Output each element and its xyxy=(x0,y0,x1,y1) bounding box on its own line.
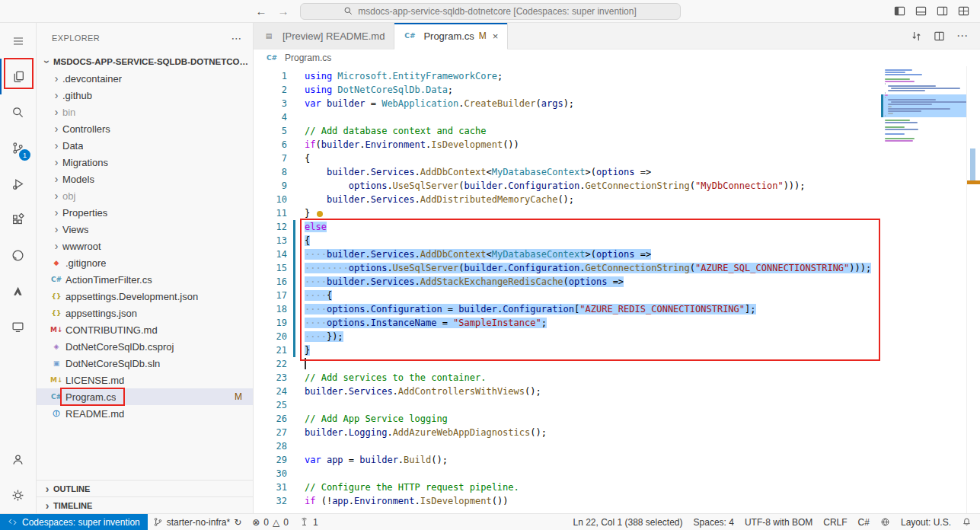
toggle-primary-sidebar-icon[interactable] xyxy=(894,5,905,17)
code-line-29[interactable]: 29var app = builder.Build(); xyxy=(254,453,881,467)
code-line-3[interactable]: 3var builder = WebApplication.CreateBuil… xyxy=(254,97,881,110)
ports-indicator[interactable]: 1 xyxy=(294,514,324,530)
indentation-indicator[interactable]: Spaces: 4 xyxy=(688,514,739,530)
globe-icon[interactable] xyxy=(875,514,895,530)
tree-folder-Data[interactable]: ›Data xyxy=(37,137,253,154)
notifications-bell-icon[interactable] xyxy=(956,514,977,530)
code-line-2[interactable]: 2using DotNetCoreSqlDb.Data; xyxy=(254,83,881,97)
tree-folder-obj[interactable]: ›obj xyxy=(37,187,253,204)
problems-indicator[interactable]: ⊗ 0 △ 0 xyxy=(247,514,294,530)
language-indicator[interactable]: C# xyxy=(853,514,875,530)
tree-file-LICENSE.md[interactable]: M↓LICENSE.md xyxy=(37,372,253,388)
keyboard-layout-indicator[interactable]: Layout: U.S. xyxy=(895,514,956,530)
toggle-secondary-sidebar-icon[interactable] xyxy=(937,5,948,17)
code-line-5[interactable]: 5// Add database context and cache xyxy=(254,124,881,138)
azure-icon[interactable] xyxy=(0,273,36,309)
forward-arrow-icon[interactable]: → xyxy=(278,5,289,18)
github-icon[interactable] xyxy=(0,238,36,273)
extensions-icon[interactable] xyxy=(0,202,36,238)
code-line-28[interactable]: 28 xyxy=(254,439,881,453)
tree-folder-Properties[interactable]: ›Properties xyxy=(37,204,253,221)
editor-action-split-icon[interactable] xyxy=(934,30,945,42)
source-control-icon[interactable]: 1 xyxy=(0,130,36,166)
command-center-search[interactable]: msdocs-app-service-sqldb-dotnetcore [Cod… xyxy=(300,3,681,20)
code-line-25[interactable]: 25 xyxy=(254,398,881,412)
code-line-31[interactable]: 31// Configure the HTTP request pipeline… xyxy=(254,481,881,494)
tree-file-README.md[interactable]: ⓘREADME.md xyxy=(37,405,253,422)
code-line-16[interactable]: 16····builder.Services.AddStackExchangeR… xyxy=(254,275,881,289)
run-debug-icon[interactable] xyxy=(0,166,36,202)
tree-folder-Migrations[interactable]: ›Migrations xyxy=(37,154,253,171)
outline-section[interactable]: › OUTLINE xyxy=(37,480,253,496)
code-line-23[interactable]: 23// Add services to the container. xyxy=(254,371,881,385)
accounts-icon[interactable] xyxy=(0,442,36,477)
tree-folder-bin[interactable]: ›bin xyxy=(37,104,253,120)
code-line-20[interactable]: 20····}); xyxy=(254,330,881,343)
tree-file-DotNetCoreSqlDb.csproj[interactable]: ◈DotNetCoreSqlDb.csproj xyxy=(37,338,253,355)
code-line-19[interactable]: 19····options.InstanceName = "SampleInst… xyxy=(254,316,881,330)
tree-file-Program.cs[interactable]: C#Program.csM xyxy=(37,388,253,405)
encoding-indicator[interactable]: UTF-8 with BOM xyxy=(739,514,818,530)
breadcrumb[interactable]: C# Program.cs xyxy=(254,49,980,66)
close-icon[interactable]: × xyxy=(493,30,499,42)
editor-action-more-icon[interactable]: ⋯ xyxy=(956,29,968,43)
code-line-18[interactable]: 18····options.Configuration = builder.Co… xyxy=(254,302,881,316)
tree-folder-.github[interactable]: ›.github xyxy=(37,87,253,104)
code-line-6[interactable]: 6if(builder.Environment.IsDevelopment()) xyxy=(254,138,881,152)
tree-file-DotNetCoreSqlDb.sln[interactable]: ▣DotNetCoreSqlDb.sln xyxy=(37,355,253,372)
tree-folder-Models[interactable]: ›Models xyxy=(37,171,253,187)
toggle-panel-icon[interactable] xyxy=(915,5,927,17)
code-line-24[interactable]: 24builder.Services.AddControllersWithVie… xyxy=(254,385,881,398)
modified-line-indicator xyxy=(293,302,295,316)
overview-ruler[interactable] xyxy=(966,66,980,513)
remote-explorer-icon[interactable] xyxy=(0,309,36,345)
code-line-10[interactable]: 10 builder.Services.AddDistributedMemory… xyxy=(254,193,881,206)
code-line-26[interactable]: 26// Add App Service logging xyxy=(254,412,881,426)
customize-layout-icon[interactable] xyxy=(958,5,969,17)
code-line-17[interactable]: 17····{ xyxy=(254,289,881,302)
code-line-32[interactable]: 32if (!app.Environment.IsDevelopment()) xyxy=(254,494,881,508)
minimap[interactable] xyxy=(881,66,966,513)
code-line-13[interactable]: 13{ xyxy=(254,234,881,247)
code-line-7[interactable]: 7{ xyxy=(254,152,881,165)
code-line-11[interactable]: 11} xyxy=(254,206,881,220)
sync-icon[interactable]: ↻ xyxy=(234,517,241,528)
cursor-position[interactable]: Ln 22, Col 1 (388 selected) xyxy=(567,514,688,530)
tree-file-appsettings.Development.json[interactable]: {}appsettings.Development.json xyxy=(37,288,253,305)
more-actions-icon[interactable]: ⋯ xyxy=(231,32,242,44)
tree-folder-wwwroot[interactable]: ›wwwroot xyxy=(37,238,253,254)
code-line-27[interactable]: 27builder.Logging.AddAzureWebAppDiagnost… xyxy=(254,426,881,439)
tree-folder-Controllers[interactable]: ›Controllers xyxy=(37,120,253,137)
code-line-15[interactable]: 15········options.UseSqlServer(builder.C… xyxy=(254,261,881,275)
explorer-root-folder[interactable]: › MSDOCS-APP-SERVICE-SQLDB-DOTNETCOR... xyxy=(37,53,253,70)
code-line-30[interactable]: 30 xyxy=(254,467,881,481)
line-number: 6 xyxy=(254,138,287,152)
code-line-9[interactable]: 9 options.UseSqlServer(builder.Configura… xyxy=(254,179,881,193)
eol-indicator[interactable]: CRLF xyxy=(818,514,852,530)
branch-indicator[interactable]: starter-no-infra* ↻ xyxy=(148,514,247,530)
modified-line-indicator xyxy=(293,275,295,289)
tree-file-ActionTimerFilter.cs[interactable]: C#ActionTimerFilter.cs xyxy=(37,271,253,288)
tree-file-appsettings.json[interactable]: {}appsettings.json xyxy=(37,305,253,321)
editor-action-compare-icon[interactable] xyxy=(911,30,922,42)
code-line-4[interactable]: 4 xyxy=(254,110,881,124)
code-line-21[interactable]: 21} xyxy=(254,343,881,357)
timeline-section[interactable]: › TIMELINE xyxy=(37,496,253,513)
back-arrow-icon[interactable]: ← xyxy=(256,5,267,18)
code-line-8[interactable]: 8 builder.Services.AddDbContext<MyDataba… xyxy=(254,165,881,179)
code-line-12[interactable]: 12else xyxy=(254,220,881,234)
explorer-icon[interactable] xyxy=(0,59,36,94)
search-icon[interactable] xyxy=(0,94,36,130)
remote-indicator[interactable]: Codespaces: super invention xyxy=(0,514,148,530)
code-line-14[interactable]: 14····builder.Services.AddDbContext<MyDa… xyxy=(254,247,881,261)
tree-file-.gitignore[interactable]: ◆.gitignore xyxy=(37,254,253,271)
tree-file-CONTRIBUTING.md[interactable]: M↓CONTRIBUTING.md xyxy=(37,321,253,338)
tree-folder-Views[interactable]: ›Views xyxy=(37,221,253,238)
settings-gear-icon[interactable] xyxy=(0,477,36,513)
tab-preview-readme[interactable]: ▤ [Preview] README.md xyxy=(254,23,394,49)
menu-icon[interactable] xyxy=(0,23,36,59)
tab-program-cs[interactable]: C# Program.cs M × xyxy=(394,23,508,49)
code-line-1[interactable]: 1using Microsoft.EntityFrameworkCore; xyxy=(254,69,881,83)
tree-folder-.devcontainer[interactable]: ›.devcontainer xyxy=(37,70,253,87)
code-line-22[interactable]: 22 xyxy=(254,357,881,371)
